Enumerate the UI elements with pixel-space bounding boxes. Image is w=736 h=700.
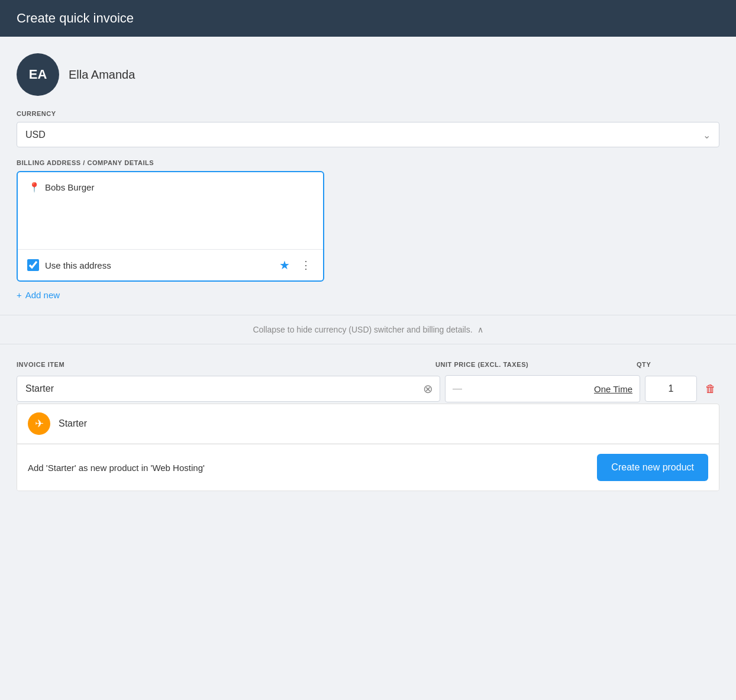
create-new-product-button[interactable]: Create new product bbox=[597, 454, 708, 481]
price-dash: — bbox=[453, 383, 462, 394]
more-options-button[interactable]: ⋮ bbox=[298, 257, 314, 273]
use-address-check: Use this address bbox=[27, 259, 277, 271]
billing-label: BILLING ADDRESS / COMPANY DETAILS bbox=[17, 159, 719, 166]
dropdown-results: ✈ Starter Add 'Starter' as new product i… bbox=[17, 404, 719, 491]
add-new-link[interactable]: + Add new bbox=[17, 290, 60, 300]
use-address-label: Use this address bbox=[45, 260, 111, 270]
dropdown-item[interactable]: ✈ Starter bbox=[17, 404, 719, 444]
currency-select-wrapper: USD EUR GBP CAD ⌄ bbox=[17, 122, 719, 147]
one-time-button[interactable]: One Time bbox=[594, 384, 632, 394]
address-card-footer: Use this address ★ ⋮ bbox=[18, 249, 323, 280]
item-column-header: INVOICE ITEM bbox=[17, 361, 64, 368]
add-new-label: Add new bbox=[25, 290, 60, 300]
billing-section: BILLING ADDRESS / COMPANY DETAILS 📍 Bobs… bbox=[17, 159, 719, 301]
add-product-suffix: ' bbox=[203, 463, 205, 473]
product-icon-symbol: ✈ bbox=[35, 417, 44, 430]
user-row: EA Ella Amanda bbox=[17, 53, 719, 96]
add-product-prefix: Add 'Starter' as new product in ' bbox=[28, 463, 152, 473]
page-title: Create quick invoice bbox=[17, 11, 719, 26]
collapse-text: Collapse to hide currency (USD) switcher… bbox=[253, 325, 472, 334]
collapse-arrow-icon: ∧ bbox=[477, 325, 483, 334]
price-column-header: UNIT PRICE (EXCL. TAXES) bbox=[435, 361, 528, 368]
item-input[interactable] bbox=[17, 376, 440, 402]
product-name: Starter bbox=[59, 418, 87, 429]
qty-input[interactable] bbox=[645, 376, 697, 402]
address-name-row: 📍 Bobs Burger bbox=[28, 182, 312, 193]
add-product-row: Add 'Starter' as new product in 'Web Hos… bbox=[17, 444, 719, 491]
item-input-wrapper: ⊗ bbox=[17, 376, 440, 402]
add-product-text: Add 'Starter' as new product in 'Web Hos… bbox=[28, 463, 205, 473]
collapse-bar[interactable]: Collapse to hide currency (USD) switcher… bbox=[0, 315, 736, 344]
star-button[interactable]: ★ bbox=[277, 256, 292, 275]
user-name: Ella Amanda bbox=[69, 68, 135, 82]
currency-section: CURRENCY USD EUR GBP CAD ⌄ bbox=[17, 110, 719, 147]
address-card-body: 📍 Bobs Burger bbox=[18, 172, 323, 249]
address-actions: ★ ⋮ bbox=[277, 256, 314, 275]
qty-column-header: QTY bbox=[637, 361, 651, 368]
invoice-section: INVOICE ITEM UNIT PRICE (EXCL. TAXES) QT… bbox=[0, 344, 736, 505]
web-hosting-link[interactable]: Web Hosting bbox=[152, 463, 203, 473]
pin-icon: 📍 bbox=[28, 182, 40, 193]
invoice-column-headers: INVOICE ITEM UNIT PRICE (EXCL. TAXES) QT… bbox=[17, 359, 719, 369]
page-header: Create quick invoice bbox=[0, 0, 736, 37]
currency-select[interactable]: USD EUR GBP CAD bbox=[17, 122, 719, 147]
trash-icon: 🗑 bbox=[705, 383, 716, 395]
avatar: EA bbox=[17, 53, 59, 96]
item-clear-button[interactable]: ⊗ bbox=[423, 383, 433, 395]
product-icon: ✈ bbox=[28, 412, 50, 435]
plus-icon: + bbox=[17, 290, 22, 300]
content-area: EA Ella Amanda CURRENCY USD EUR GBP CAD … bbox=[0, 37, 736, 301]
invoice-row: ⊗ — One Time 🗑 bbox=[17, 375, 719, 402]
address-card: 📍 Bobs Burger Use this address ★ ⋮ bbox=[17, 171, 324, 282]
price-input-wrapper: — One Time bbox=[445, 375, 640, 402]
avatar-initials: EA bbox=[29, 67, 47, 82]
use-address-checkbox[interactable] bbox=[27, 259, 39, 271]
address-name: Bobs Burger bbox=[45, 182, 94, 192]
currency-label: CURRENCY bbox=[17, 110, 719, 117]
delete-row-button[interactable]: 🗑 bbox=[702, 379, 719, 399]
